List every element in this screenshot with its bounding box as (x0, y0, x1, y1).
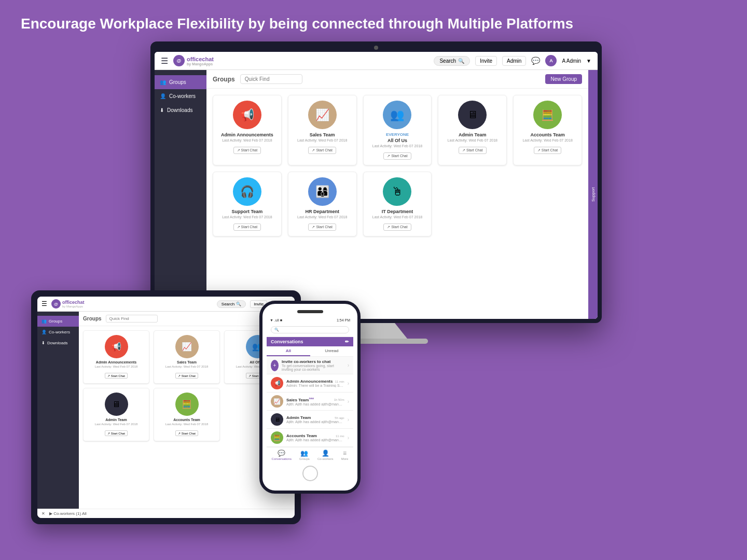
tablet-bottom-bar: ✕ ▶ Co-workers (1) All (37, 509, 295, 518)
sidebar-item-groups[interactable]: 👥 Groups (155, 75, 206, 89)
conv-name-sales: Sales Teamnew (286, 397, 314, 402)
tablet-start-chat-btn[interactable]: ↗ Start Chat (175, 373, 198, 379)
group-card-sales-team[interactable]: 📈 Sales Team Last Activity: Wed Feb 07 2… (288, 95, 357, 165)
sidebar-groups-label: Groups (169, 79, 186, 85)
tablet-groups-tab[interactable]: Groups (83, 316, 102, 321)
tablet-logo-icon: @ (51, 299, 61, 309)
group-name: HR Department (293, 209, 352, 214)
groups-tab[interactable]: Groups (213, 76, 235, 83)
tablet-start-chat-btn[interactable]: ↗ Start Chat (175, 430, 198, 436)
group-card-all-of-us[interactable]: 👥 EVERYONE All Of Us Last Activity: Wed … (363, 95, 432, 165)
logo-subtitle: by MangoApps (187, 62, 214, 66)
group-name: Admin Announcements (217, 132, 277, 137)
coworkers-nav-label: Co-workers (317, 457, 334, 460)
start-chat-button[interactable]: ↗ Start Chat (383, 223, 411, 231)
group-card-support-team[interactable]: 🎧 Support Team Last Activity: Wed Feb 07… (213, 172, 282, 236)
more-nav-label: More (341, 457, 349, 460)
phone-search-icon: 🔍 (274, 328, 279, 332)
tablet-search-icon: 🔍 (236, 302, 241, 306)
start-chat-button[interactable]: ↗ Start Chat (233, 147, 261, 154)
tablet-quick-find-input[interactable] (106, 315, 158, 323)
tablet-group-icon-sales: 📈 (175, 335, 199, 358)
message-icon[interactable]: 💬 (531, 57, 540, 65)
phone-conv-text-admin-team: Admin Team 5h ago Ajith: Ajith has added… (286, 415, 344, 424)
conv-preview-admin-team: Ajith: Ajith has added ajith@mangoapps.c… (286, 420, 344, 424)
tablet-group-icon-admin: 📢 (105, 335, 128, 358)
tablet-search-bar[interactable]: Search 🔍 (217, 300, 246, 308)
group-activity: Last Activity: Wed Feb 07 2018 (293, 138, 352, 142)
tablet-coworkers-label: Co-workers (49, 330, 70, 334)
tablet-logo: @ officechat by MangoApps (51, 299, 85, 309)
tablet-group-card-admin-team[interactable]: 🖥 Admin Team Last Activity: Wed Feb 07 2… (83, 388, 149, 441)
tablet-app-header: ☰ @ officechat by MangoApps Search 🔍 Inv… (37, 297, 295, 312)
tablet-group-card-admin[interactable]: 📢 Admin Announcements Last Activity: Wed… (83, 330, 149, 384)
sidebar-downloads-label: Downloads (167, 107, 192, 113)
phone-conv-admin-announcements[interactable]: 📢 Admin Announcements 11 min Admin: Ther… (267, 374, 353, 393)
tablet-sidebar-coworkers[interactable]: 👤 Co-workers (37, 327, 79, 338)
tablet-start-chat-btn[interactable]: ↗ Start Chat (105, 373, 128, 379)
conv-preview-sales: Ajith: Ajith has added ajith@mangoapps.c… (286, 402, 344, 406)
tablet-group-card-accounts[interactable]: 🧮 Accounts Team Last Activity: Wed Feb 0… (154, 388, 220, 441)
group-icon-it: 🖱 (383, 177, 411, 206)
edit-icon[interactable]: ✏ (345, 339, 349, 344)
invite-title: Invite co-workers to chat (282, 359, 344, 364)
phone-tab-all[interactable]: All (267, 346, 310, 356)
phone-search[interactable]: 🔍 (271, 326, 349, 333)
tablet-close-icon[interactable]: ✕ (42, 511, 45, 516)
sidebar-item-downloads[interactable]: ⬇ Downloads (155, 103, 206, 117)
phone-nav-more[interactable]: ≡ More (341, 450, 349, 460)
conv-chevron-icon: › (348, 381, 349, 386)
support-tab[interactable]: Support (588, 70, 598, 319)
tablet-group-icon-admin-team: 🖥 (105, 393, 128, 416)
search-bar[interactable]: Search 🔍 (434, 56, 470, 66)
start-chat-button[interactable]: ↗ Start Chat (383, 152, 411, 160)
phone-nav-coworkers[interactable]: 👤 Co-workers (317, 450, 334, 460)
phone-conv-icon-accounts: 🧮 (271, 431, 283, 444)
tablet-group-name: Admin Team (87, 418, 146, 422)
tablet-downloads-icon: ⬇ (42, 341, 45, 345)
quick-find-input[interactable] (240, 74, 302, 84)
new-group-button[interactable]: New Group (545, 74, 582, 84)
phone-nav-conversations[interactable]: 💬 Conversations (272, 450, 292, 460)
group-activity: Last Activity: Wed Feb 07 2018 (217, 138, 277, 142)
start-chat-button[interactable]: ↗ Start Chat (308, 223, 336, 231)
start-chat-button[interactable]: ↗ Start Chat (308, 147, 336, 154)
invite-button[interactable]: Invite (475, 56, 497, 66)
admin-button[interactable]: Admin (502, 56, 526, 66)
group-card-accounts-team[interactable]: 🧮 Accounts Team Last Activity: Wed Feb 0… (513, 95, 582, 165)
chevron-down-icon[interactable]: ▼ (586, 58, 591, 64)
group-card-hr-department[interactable]: 👨‍👩‍👦 HR Department Last Activity: Wed F… (288, 172, 357, 236)
conv-name-accounts: Accounts Team (286, 433, 317, 438)
user-avatar[interactable]: A (545, 55, 557, 66)
phone-speaker (297, 310, 323, 313)
phone-conv-sales-team[interactable]: 📈 Sales Teamnew 1h 50m Ajith: Ajith has … (267, 393, 353, 411)
group-icon-hr: 👨‍👩‍👦 (308, 177, 337, 206)
phone-tab-unread[interactable]: Unread (310, 346, 354, 356)
phone-signal: ▼ .ull ■ (270, 318, 282, 322)
monitor-frame: ☰ @ officechat by MangoApps Search 🔍 Inv… (150, 41, 602, 323)
sidebar-item-coworkers[interactable]: 👤 Co-workers (155, 89, 206, 103)
start-chat-button[interactable]: ↗ Start Chat (534, 147, 561, 154)
hamburger-icon[interactable]: ☰ (161, 56, 168, 66)
start-chat-button[interactable]: ↗ Start Chat (233, 223, 261, 231)
group-card-admin-team[interactable]: 🖥 Admin Team Last Activity: Wed Feb 07 2… (438, 95, 507, 165)
group-activity: Last Activity: Wed Feb 07 2018 (442, 138, 502, 142)
everyone-label: EVERYONE (368, 132, 427, 137)
tablet-hamburger-icon[interactable]: ☰ (42, 300, 47, 307)
phone-conv-admin-team[interactable]: 🖥 Admin Team 5h ago Ajith: Ajith has add… (267, 411, 353, 429)
phone-bottom-nav: 💬 Conversations 👥 Groups 👤 Co-workers ≡ … (267, 447, 353, 463)
phone-invite-item[interactable]: + Invite co-workers to chat To get conve… (267, 357, 353, 374)
group-card-it-department[interactable]: 🖱 IT Department Last Activity: Wed Feb 0… (363, 172, 432, 236)
phone-nav-groups[interactable]: 👥 Groups (299, 450, 310, 460)
tablet-sidebar-groups[interactable]: 👥 Groups (37, 316, 79, 327)
tablet-group-card-sales[interactable]: 📈 Sales Team Last Activity: Wed Feb 07 2… (154, 330, 220, 384)
tablet-body: 👥 Groups 👤 Co-workers ⬇ Downloads Groups (37, 312, 295, 509)
tablet-sidebar-downloads[interactable]: ⬇ Downloads (37, 338, 79, 348)
tablet-start-chat-btn[interactable]: ↗ Start Chat (105, 430, 128, 436)
phone-conv-accounts-team[interactable]: 🧮 Accounts Team 11 mo Ajith: Ajith has a… (267, 429, 353, 447)
phone-home-button[interactable] (302, 466, 318, 481)
group-card-admin-announcements[interactable]: 📢 Admin Announcements Last Activity: Wed… (213, 95, 282, 165)
start-chat-button[interactable]: ↗ Start Chat (459, 147, 486, 154)
conv-chevron-icon: › (348, 417, 349, 423)
tablet-logo-sub: by MangoApps (62, 305, 85, 308)
